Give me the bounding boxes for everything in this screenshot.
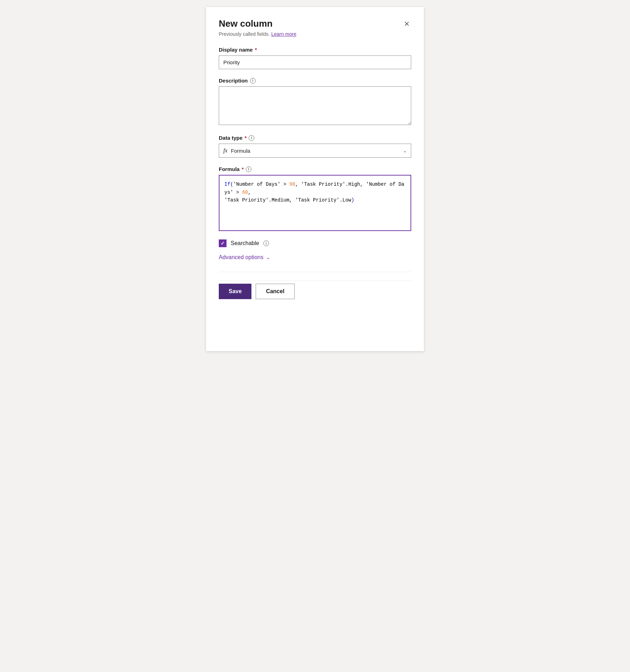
searchable-label: Searchable	[231, 240, 259, 246]
learn-more-link[interactable]: Learn more	[271, 31, 296, 37]
display-name-label: Display name *	[219, 47, 411, 53]
data-type-label: Data type * i	[219, 135, 411, 141]
description-section: Description i	[219, 78, 411, 126]
formula-section: Formula * i If('Number of Days' > 90, 'T…	[219, 166, 411, 231]
panel-title: New column	[219, 18, 273, 29]
display-name-section: Display name *	[219, 47, 411, 69]
description-info-icon[interactable]: i	[250, 78, 256, 84]
footer-divider	[219, 272, 411, 272]
advanced-options-chevron-icon: ⌄	[266, 255, 270, 260]
fx-icon: fx	[223, 147, 228, 154]
data-type-required: *	[245, 135, 247, 141]
display-name-input[interactable]	[219, 55, 411, 69]
advanced-options-row[interactable]: Advanced options ⌄	[219, 254, 411, 261]
data-type-section: Data type * i fx Formula ⌄	[219, 135, 411, 158]
data-type-value: Formula	[231, 148, 250, 154]
panel-subtitle: Previously called fields. Learn more	[219, 31, 411, 37]
panel-header: New column ✕	[219, 18, 411, 29]
checkmark-icon: ✓	[221, 241, 225, 246]
searchable-checkbox[interactable]: ✓	[219, 239, 227, 247]
display-name-required: *	[255, 47, 257, 53]
data-type-info-icon[interactable]: i	[249, 135, 254, 141]
close-button[interactable]: ✕	[402, 19, 411, 29]
cancel-button[interactable]: Cancel	[256, 284, 294, 299]
searchable-row: ✓ Searchable i	[219, 239, 411, 247]
data-type-select[interactable]: fx Formula	[219, 144, 411, 158]
advanced-options-label: Advanced options	[219, 254, 263, 261]
searchable-info-icon[interactable]: i	[263, 241, 269, 246]
formula-editor[interactable]: If('Number of Days' > 90, 'Task Priority…	[219, 175, 411, 231]
formula-required: *	[242, 166, 244, 172]
description-input[interactable]	[219, 86, 411, 125]
formula-label: Formula * i	[219, 166, 411, 172]
formula-info-icon[interactable]: i	[246, 166, 251, 172]
data-type-select-wrapper: fx Formula ⌄	[219, 144, 411, 158]
save-button[interactable]: Save	[219, 284, 251, 299]
footer-buttons: Save Cancel	[219, 281, 411, 299]
new-column-panel: New column ✕ Previously called fields. L…	[206, 7, 424, 351]
description-label: Description i	[219, 78, 411, 84]
